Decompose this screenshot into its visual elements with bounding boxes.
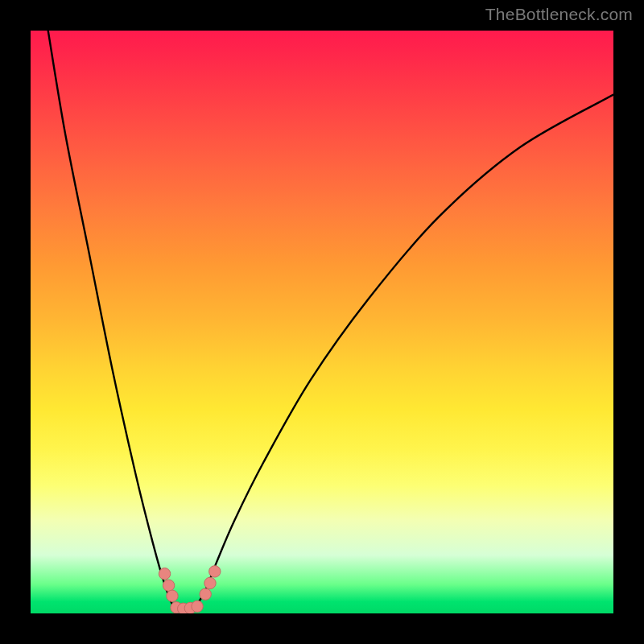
marker-point bbox=[200, 588, 211, 600]
marker-point bbox=[163, 580, 174, 591]
marker-point bbox=[209, 566, 221, 577]
watermark-text: TheBottleneck.com bbox=[485, 5, 633, 24]
marker-point bbox=[167, 590, 178, 601]
marker-point bbox=[159, 568, 170, 580]
marker-point bbox=[192, 601, 203, 612]
chart-frame: TheBottleneck.com bbox=[0, 0, 644, 644]
plot-area bbox=[31, 31, 613, 613]
bottleneck-curve bbox=[48, 31, 613, 610]
curve-layer bbox=[31, 31, 613, 613]
marker-group bbox=[159, 566, 221, 613]
marker-point bbox=[204, 577, 216, 588]
